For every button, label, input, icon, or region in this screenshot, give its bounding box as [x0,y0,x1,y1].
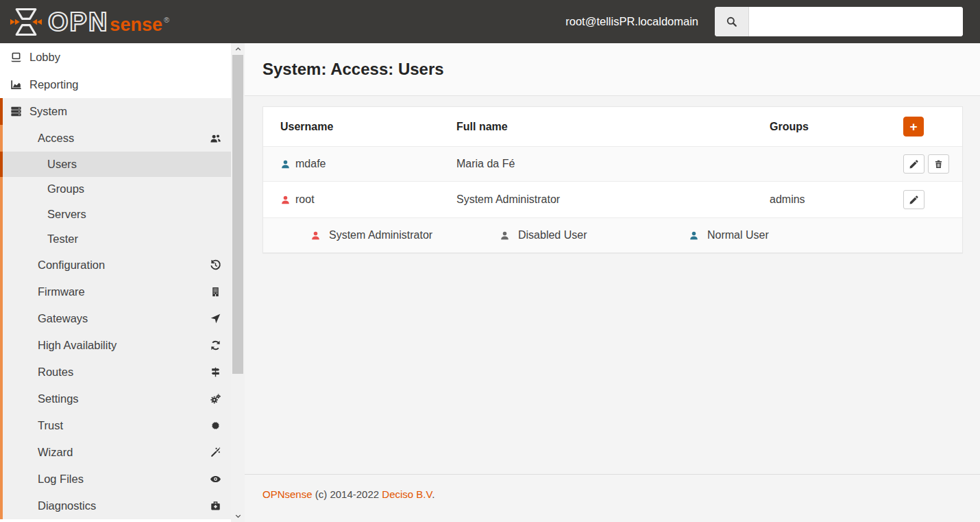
sidebar-item-system[interactable]: System [0,98,231,125]
delete-user-button[interactable] [928,154,949,174]
sidebar-item-high-availability[interactable]: High Availability [0,332,231,359]
users-group-icon [210,132,221,144]
sidebar-item-label: Log Files [38,473,84,486]
legend-item-normal-user: Normal User [689,229,878,241]
column-header-groups: Groups [770,121,903,133]
legend-label: Disabled User [518,229,587,241]
hourglass-logo-icon [10,6,42,38]
sidebar-item-tester[interactable]: Tester [0,227,231,252]
building-icon [210,286,221,298]
full-name-cell: System Administrator [456,193,770,206]
header-actions-cell: + [903,117,962,137]
pencil-icon [909,159,919,169]
sidebar-item-groups[interactable]: Groups [0,177,231,202]
sidebar-item-label: System [29,105,67,118]
sidebar-item-label: Access [38,132,74,145]
legend-label: Normal User [707,229,769,241]
map-signs-icon [210,366,221,378]
user-type-legend: System Administrator Disabled User Norma… [263,217,962,252]
sidebar-item-label: Trust [38,419,63,432]
sidebar-item-users[interactable]: Users [0,152,231,177]
cogs-icon [210,393,221,405]
legend-item-system-administrator: System Administrator [310,229,500,241]
username-text: root [295,193,315,206]
users-table-header-row: Username Full name Groups + [263,107,962,146]
chevron-up-icon [234,45,243,54]
sidebar-item-reporting[interactable]: Reporting [0,71,231,98]
top-header-bar: OPN sense ® root@tellisPR.localdomain [0,0,980,43]
edit-user-button[interactable] [903,154,924,174]
server-icon [8,105,23,118]
edit-user-button[interactable] [903,190,924,209]
page-title-bar: System: Access: Users [245,43,980,96]
global-search [715,7,963,36]
deciso-footer-link[interactable]: Deciso B.V [382,488,432,500]
sidebar-item-label: Routes [38,366,73,379]
search-icon [725,15,738,28]
magic-wand-icon [210,447,221,458]
sidebar-item-firmware[interactable]: Firmware [0,278,231,305]
registered-trademark-symbol: ® [164,16,169,24]
sidebar-item-label: Groups [47,182,84,195]
sidebar-item-configuration[interactable]: Configuration [0,252,231,278]
brand-wordmark: OPN sense ® [48,9,169,35]
sidebar-item-access[interactable]: Access [0,125,231,152]
username-cell: root [280,193,456,206]
search-button[interactable] [715,7,749,36]
sidebar-item-label: Diagnostics [38,499,96,512]
eye-icon [210,473,221,485]
column-header-username: Username [280,121,456,133]
add-user-button[interactable]: + [903,117,924,137]
disabled-user-icon [500,230,510,241]
users-table-panel: Username Full name Groups + mdafe Maria … [262,106,963,253]
session-user-label: root@tellisPR.localdomain [565,15,698,28]
laptop-icon [8,51,23,64]
sidebar-menu: Lobby Reporting System Access Users Grou… [0,43,231,519]
sidebar-item-label: Firmware [38,285,85,298]
scrollbar-thumb[interactable] [232,55,243,374]
sidebar-item-routes[interactable]: Routes [0,359,231,385]
certificate-icon [210,420,221,431]
user-icon [280,195,291,205]
sidebar-item-label: Configuration [38,259,105,272]
sidebar-item-label: Reporting [29,78,79,91]
sidebar-item-lobby[interactable]: Lobby [0,43,231,71]
username-text: mdafe [295,158,326,170]
location-arrow-icon [210,313,221,324]
footer-period: . [432,488,434,500]
search-input[interactable] [749,7,963,36]
sidebar-scrollbar[interactable] [231,43,245,522]
sidebar-item-servers[interactable]: Servers [0,202,231,227]
history-icon [210,259,221,271]
table-row-mdafe: mdafe Maria da Fé [263,146,962,181]
scrollbar-down-button[interactable] [231,510,245,522]
sidebar-item-log-files[interactable]: Log Files [0,466,231,493]
sidebar-item-label: Users [47,158,77,171]
sidebar-item-label: Tester [47,233,78,246]
sidebar-item-trust[interactable]: Trust [0,412,231,439]
sidebar-item-label: Lobby [29,51,60,64]
opnsense-app: OPN sense ® root@tellisPR.localdomain Lo… [0,0,980,522]
legend-item-disabled-user: Disabled User [500,229,689,241]
sidebar-item-wizard[interactable]: Wizard [0,439,231,466]
sidebar-item-diagnostics[interactable]: Diagnostics [0,493,231,519]
admin-user-icon [310,230,321,241]
row-actions-cell [903,154,962,174]
header-right-area: root@tellisPR.localdomain [565,7,963,36]
sidebar-navigation: Lobby Reporting System Access Users Grou… [0,43,245,522]
table-row-root: root System Administrator admins [263,181,962,217]
opnsense-footer-link[interactable]: OPNsense [262,488,313,500]
main-content: System: Access: Users Username Full name… [245,43,980,522]
page-title: System: Access: Users [262,60,444,79]
copyright-text: (c) 2014-2022 [313,488,382,500]
groups-cell: admins [770,193,903,206]
area-chart-icon [8,78,23,91]
username-cell: mdafe [280,158,456,170]
sidebar-item-label: Servers [47,208,86,221]
trash-icon [933,159,944,169]
opnsense-logo[interactable]: OPN sense ® [10,6,169,38]
sidebar-item-settings[interactable]: Settings [0,385,231,412]
scrollbar-up-button[interactable] [231,43,245,55]
page-footer: OPNsense (c) 2014-2022 Deciso B.V. [245,474,980,500]
sidebar-item-gateways[interactable]: Gateways [0,305,231,332]
